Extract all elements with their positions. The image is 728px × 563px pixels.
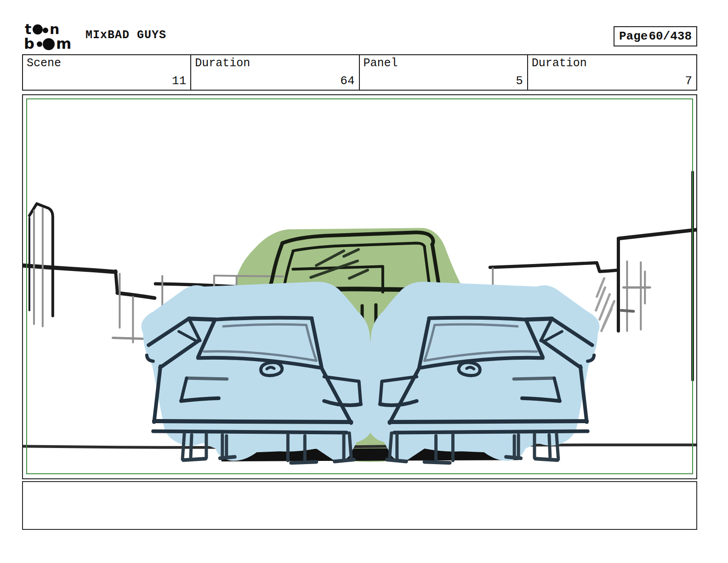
logo-letter-b: b	[24, 35, 34, 52]
panel-duration-value: 7	[685, 74, 692, 88]
cell-scene-duration: Duration 64	[191, 55, 359, 90]
logo-letter-m: m	[56, 35, 71, 52]
cell-panel: Panel 5	[360, 55, 528, 90]
scene-label: Scene	[27, 57, 61, 70]
scene-duration-label: Duration	[195, 57, 250, 70]
logo-dot-small-1	[43, 28, 48, 33]
project-title: MIxBAD GUYS	[85, 29, 166, 42]
page-value: 60/438	[648, 29, 692, 43]
blue-car	[141, 282, 376, 463]
storyboard-sketch	[23, 95, 696, 478]
blue-car-right	[364, 282, 599, 463]
cell-scene: Scene 11	[23, 55, 191, 90]
panel-value: 5	[516, 74, 523, 88]
storyboard-panel	[22, 94, 697, 479]
scene-duration-value: 64	[340, 74, 354, 88]
cell-panel-duration: Duration 7	[528, 55, 696, 90]
scene-value: 11	[172, 74, 186, 88]
logo-dot-small-2	[37, 41, 42, 47]
caption-box	[22, 481, 697, 530]
panel-info-table: Scene 11 Duration 64 Panel 5 Duration 7	[22, 54, 697, 91]
toonboom-logo: t n b m	[24, 21, 81, 53]
page-label: Page	[619, 29, 648, 43]
logo-dot-large-2	[43, 38, 55, 50]
logo-dot-large-1	[33, 24, 43, 34]
panel-duration-label: Duration	[532, 57, 587, 70]
panel-label: Panel	[364, 57, 398, 70]
storyboard-page: t n b m MIxBAD GUYS Page 60/438 Scene 11…	[0, 0, 728, 563]
page-number-box: Page 60/438	[614, 26, 697, 46]
